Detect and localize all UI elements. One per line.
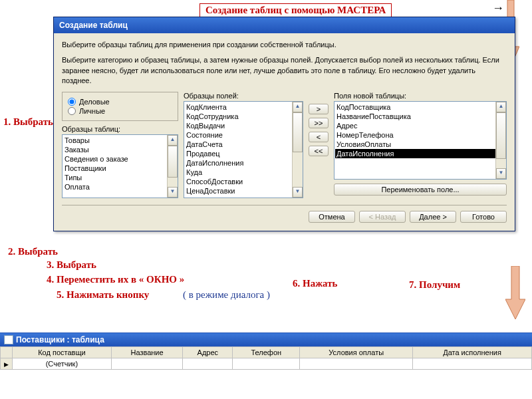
dialog-intro1: Выберите образцы таблиц для применения п…	[62, 40, 507, 50]
list-item[interactable]: Поставщики	[63, 164, 177, 173]
cancel-button[interactable]: Отмена	[309, 211, 355, 223]
cell[interactable]	[183, 358, 233, 370]
cell[interactable]	[233, 358, 300, 370]
scroll-down-icon[interactable]: ▼	[496, 168, 506, 179]
step2-annotation: 2. Выбрать	[8, 246, 58, 257]
add-all-button[interactable]: >>	[309, 118, 329, 128]
list-item[interactable]: ДатаСчета	[185, 140, 302, 149]
list-item[interactable]: ДатаИсполнения	[185, 158, 302, 168]
list-item[interactable]: Состояние	[185, 130, 302, 140]
arrow-down-icon	[505, 266, 521, 319]
top-title-annotation: Создание таблиц с помощью МАСТЕРА	[200, 3, 392, 17]
templates-listbox[interactable]: ТоварыЗаказыСведения о заказеПоставщикиТ…	[62, 134, 178, 198]
newfields-label: Поля новой таблицы:	[334, 92, 507, 100]
radio-business-input[interactable]	[68, 98, 76, 106]
step5-annotation: 5. Нажимать кнопку	[57, 289, 149, 301]
scroll-up-icon[interactable]: ▲	[168, 135, 178, 146]
scroll-up-icon[interactable]: ▲	[496, 102, 506, 112]
list-item[interactable]: УсловияОплаты	[335, 140, 505, 149]
list-item[interactable]: Товары	[63, 136, 177, 145]
step7-annotation: 7. Получим	[409, 279, 460, 291]
radio-personal-input[interactable]	[68, 107, 76, 115]
table-icon	[4, 335, 13, 344]
list-item[interactable]: Адрес	[335, 121, 505, 130]
column-header[interactable]: Телефон	[233, 347, 300, 358]
newfields-listbox[interactable]: КодПоставщикаНазваниеПоставщикаАдресНоме…	[334, 101, 507, 180]
scroll-thumb[interactable]	[293, 112, 303, 152]
fields-listbox[interactable]: КодКлиентаКодСотрудникаКодВыдачиСостояни…	[184, 101, 303, 198]
list-item[interactable]: КодПоставщика	[335, 102, 505, 112]
scroll-thumb[interactable]	[168, 146, 178, 178]
scroll-up-icon[interactable]: ▲	[293, 102, 303, 112]
wizard-dialog: Создание таблиц Выберите образцы таблиц …	[53, 17, 515, 231]
templates-scrollbar[interactable]: ▲ ▼	[167, 135, 178, 198]
newfields-scrollbar[interactable]: ▲ ▼	[495, 102, 506, 179]
add-button[interactable]: >	[309, 104, 329, 114]
scroll-down-icon[interactable]: ▼	[293, 187, 303, 198]
step3-annotation: 3. Выбрать	[47, 259, 96, 271]
table-window-title: Поставщики : таблица	[0, 333, 532, 346]
list-item[interactable]: Оплата	[63, 182, 177, 192]
radio-business[interactable]: Деловые	[68, 98, 172, 106]
list-item[interactable]: КодКлиента	[185, 102, 302, 112]
radio-personal-label: Личные	[79, 107, 105, 115]
move-buttons: > >> < <<	[309, 92, 329, 198]
cell[interactable]	[413, 358, 532, 370]
list-item[interactable]: СпособДоставки	[185, 177, 302, 186]
step6-annotation: 6. Нажать	[293, 278, 337, 289]
list-item[interactable]: Заказы	[63, 145, 177, 154]
remove-all-button[interactable]: <<	[309, 146, 329, 156]
remove-button[interactable]: <	[309, 132, 329, 142]
list-item[interactable]: Продавец	[185, 149, 302, 158]
dialog-title: Создание таблиц	[54, 17, 515, 33]
dialog-intro2: Выберите категорию и образец таблицы, а …	[62, 55, 507, 86]
list-item[interactable]: ДатаИсполнения	[335, 149, 505, 158]
step1-annotation: 1. Выбрать	[3, 116, 53, 128]
column-header[interactable]: Условия оплаты	[300, 347, 413, 358]
list-item[interactable]: КодСотрудника	[185, 112, 302, 121]
row-selector-header[interactable]	[1, 347, 13, 358]
rename-button[interactable]: Переименовать поле...	[334, 184, 507, 196]
result-table[interactable]: Код поставщиНазваниеАдресТелефонУсловия …	[0, 346, 532, 370]
column-header[interactable]: Название	[111, 347, 183, 358]
table-row[interactable]: (Счетчик)	[1, 358, 532, 370]
templates-label: Образцы таблиц:	[62, 125, 178, 133]
list-item[interactable]: КодВыдачи	[185, 121, 302, 130]
back-button[interactable]: < Назад	[359, 211, 406, 223]
step5b-annotation: ( в режиме диалога )	[183, 289, 270, 301]
cell[interactable]	[300, 358, 413, 370]
fields-scrollbar[interactable]: ▲ ▼	[292, 102, 303, 198]
list-item[interactable]: НазваниеПоставщика	[335, 112, 505, 121]
radio-personal[interactable]: Личные	[68, 107, 172, 115]
step4-annotation: 4. Переместить их в « ОКНО »	[47, 274, 184, 285]
result-table-window: Поставщики : таблица Код поставщиНазвани…	[0, 332, 532, 370]
next-button[interactable]: Далее >	[410, 211, 456, 223]
category-group: Деловые Личные	[62, 92, 178, 121]
radio-business-label: Деловые	[79, 98, 110, 106]
finish-button[interactable]: Готово	[460, 211, 507, 223]
column-header[interactable]: Код поставщи	[13, 347, 112, 358]
scroll-thumb[interactable]	[496, 112, 506, 159]
fields-label: Образцы полей:	[184, 92, 303, 100]
list-item[interactable]: ЦенаДоставки	[185, 186, 302, 196]
list-item[interactable]: Типы	[63, 173, 177, 182]
column-header[interactable]: Адрес	[183, 347, 233, 358]
list-item[interactable]: Куда	[185, 168, 302, 177]
list-item[interactable]: НомерТелефона	[335, 130, 505, 140]
column-header[interactable]: Дата исполнения	[413, 347, 532, 358]
table-window-title-text: Поставщики : таблица	[16, 335, 104, 344]
row-selector[interactable]	[1, 358, 13, 370]
cell[interactable]	[111, 358, 183, 370]
list-item[interactable]: Сведения о заказе	[63, 154, 177, 164]
scroll-down-icon[interactable]: ▼	[168, 187, 178, 198]
cell-autonumber[interactable]: (Счетчик)	[13, 358, 112, 370]
dialog-footer: Отмена < Назад Далее > Готово	[62, 205, 507, 223]
